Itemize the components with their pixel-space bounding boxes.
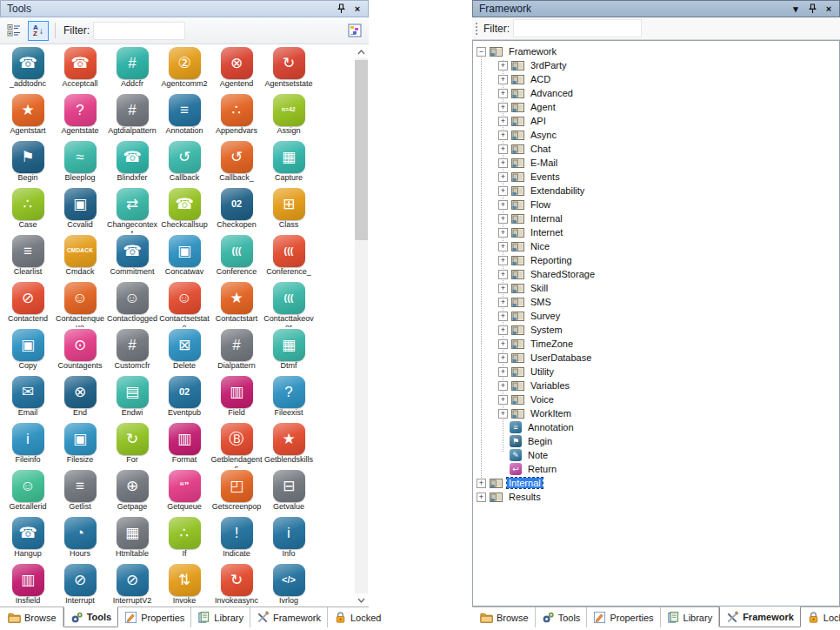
tool-item[interactable]: ↻For	[106, 421, 158, 468]
tool-item[interactable]: ↺Callback_	[210, 139, 263, 186]
tab-library[interactable]: Library	[191, 607, 250, 627]
tool-item[interactable]: </>Ivrlog	[263, 562, 315, 607]
tree-row[interactable]: +Events	[473, 170, 839, 184]
tree-expander-icon[interactable]: +	[498, 158, 508, 168]
tree-expander-icon[interactable]: +	[498, 284, 508, 293]
tree-expander-icon[interactable]: +	[498, 409, 508, 419]
tree-expander-icon[interactable]: +	[498, 395, 508, 405]
tool-item[interactable]: ≡Clearlist	[2, 233, 54, 280]
customize-icon[interactable]	[344, 21, 365, 41]
tool-item[interactable]: ⇄Changecontext	[106, 186, 158, 233]
tool-item[interactable]: ⒷGetblendagents	[210, 421, 263, 468]
tool-item[interactable]: ▤Endwi	[106, 374, 158, 421]
tree-row[interactable]: +Skill	[473, 281, 839, 295]
tool-item[interactable]: ◰Getscreenpop	[210, 468, 263, 515]
tool-item[interactable]: ☺Contactsetstate	[158, 280, 210, 327]
tree-expander-icon[interactable]: +	[498, 214, 508, 224]
tool-item[interactable]: ▥Format	[158, 421, 210, 468]
tool-item[interactable]: #Addcfr	[106, 45, 158, 92]
tree-expander-icon[interactable]: +	[498, 381, 508, 391]
pin-icon[interactable]	[805, 3, 819, 16]
tool-item[interactable]: ?Agentstate	[54, 92, 106, 139]
tool-item[interactable]: ∴Appendvars	[210, 92, 263, 139]
tree-expander-icon[interactable]: +	[498, 298, 508, 307]
tree-row[interactable]: +Internet	[473, 225, 839, 239]
tool-item[interactable]: ⇅Invoke	[158, 562, 210, 607]
tab-locked[interactable]: Locked	[801, 607, 840, 627]
filter-input[interactable]	[93, 22, 185, 40]
tree-row[interactable]: +Advanced	[473, 86, 839, 100]
tool-item[interactable]: ▥Insfield	[2, 562, 54, 607]
tool-item[interactable]: ⊙Countagents	[54, 327, 106, 374]
tab-properties[interactable]: Properties	[587, 607, 660, 627]
tree-expander-icon[interactable]: +	[498, 256, 508, 265]
tree-expander-icon[interactable]: +	[498, 242, 508, 251]
tool-item[interactable]: ▥Field	[210, 374, 263, 421]
tool-item[interactable]: !Indicate	[210, 515, 263, 562]
tree-row[interactable]: +Nice	[473, 239, 839, 253]
tool-item[interactable]: ≡Annotation	[158, 92, 210, 139]
tree-expander-icon[interactable]: +	[498, 312, 508, 321]
tool-item[interactable]: ☺Contactlogged	[106, 280, 158, 327]
tool-item[interactable]: #Agtdialpattern	[106, 92, 158, 139]
tree-expander-icon[interactable]: +	[498, 75, 508, 84]
tab-browse[interactable]: Browse	[2, 607, 63, 627]
tool-item[interactable]: ⊘Contactend	[2, 280, 54, 327]
tree-expander-icon[interactable]: −	[477, 47, 486, 57]
tab-locked[interactable]: Locked	[328, 607, 387, 627]
categorized-view-button[interactable]	[3, 21, 24, 41]
tree-row[interactable]: +3rdParty	[473, 58, 839, 72]
tool-item[interactable]: #Customcfr	[106, 327, 158, 374]
tool-item[interactable]: ☎Hangup	[2, 515, 54, 562]
tree-expander-icon[interactable]: +	[498, 103, 508, 112]
tool-item[interactable]: ☎Checkcallsup	[158, 186, 210, 233]
tool-item[interactable]: ≈Bleeplog	[54, 139, 106, 186]
tool-item[interactable]: 02Checkopen	[210, 186, 263, 233]
tool-item[interactable]: #Dialpattern	[210, 327, 263, 374]
tree-row[interactable]: +WorkItem	[473, 406, 839, 420]
tree-expander-icon[interactable]: +	[477, 479, 486, 488]
tool-item[interactable]: n=42Assign	[263, 92, 315, 139]
tree-row[interactable]: +Internal	[473, 211, 839, 225]
tree-row[interactable]: +Survey	[473, 309, 839, 323]
tool-item[interactable]: (((Contacttakeover	[263, 280, 315, 327]
tool-item[interactable]: ⊟Getvalue	[263, 468, 315, 515]
tool-item[interactable]: ∴Case	[2, 186, 54, 233]
tool-item[interactable]: ▦Htmltable	[106, 515, 158, 562]
tree-row[interactable]: +Utility	[473, 365, 839, 379]
scroll-up-icon[interactable]	[355, 45, 368, 58]
tree-expander-icon[interactable]: +	[498, 89, 508, 98]
tree-row[interactable]: +Voice	[473, 392, 839, 406]
tool-item[interactable]: ★Contactstart	[210, 280, 263, 327]
tree-expander-icon[interactable]: +	[498, 61, 508, 70]
tree-row[interactable]: +Results	[473, 490, 839, 504]
tree-row[interactable]: +Extendability	[473, 184, 839, 198]
tree-expander-icon[interactable]: +	[498, 172, 508, 182]
tree-row[interactable]: +Agent	[473, 100, 839, 114]
tool-item[interactable]: ②Agentcomm2	[158, 45, 210, 92]
tool-item[interactable]: ◔Hours	[54, 515, 106, 562]
tab-properties[interactable]: Properties	[118, 607, 191, 627]
tool-item[interactable]: ▦Capture	[263, 139, 315, 186]
tool-item[interactable]: ▣Copy	[2, 327, 54, 374]
tree-expander-icon[interactable]: +	[498, 325, 508, 335]
tool-item[interactable]: (((Conference	[210, 233, 263, 280]
pin-icon[interactable]	[334, 3, 348, 16]
tree-expander-icon[interactable]: +	[477, 493, 486, 502]
tree-expander-icon[interactable]: +	[498, 228, 508, 238]
tab-framework[interactable]: Framework	[250, 607, 328, 627]
tool-item[interactable]: (((Conference_	[263, 233, 315, 280]
tree-expander-icon[interactable]: +	[498, 117, 508, 126]
tree-expander-icon[interactable]: +	[498, 353, 508, 363]
close-icon[interactable]: ×	[350, 3, 364, 16]
tree-row[interactable]: +ACD	[473, 72, 839, 86]
tool-item[interactable]: ☎Blindxfer	[106, 139, 158, 186]
tree-expander-icon[interactable]: +	[498, 131, 508, 140]
tree-row[interactable]: ↩Return	[473, 462, 839, 476]
tool-item[interactable]: ⊘Interrupt	[54, 562, 106, 607]
tool-item[interactable]: CMDACKCmdack	[54, 233, 106, 280]
tool-item[interactable]: “”Getqueue	[158, 468, 210, 515]
tree-row[interactable]: +Async	[473, 128, 839, 142]
tree-row[interactable]: +Internal	[473, 476, 839, 490]
tree-row[interactable]: +E-Mail	[473, 156, 839, 170]
